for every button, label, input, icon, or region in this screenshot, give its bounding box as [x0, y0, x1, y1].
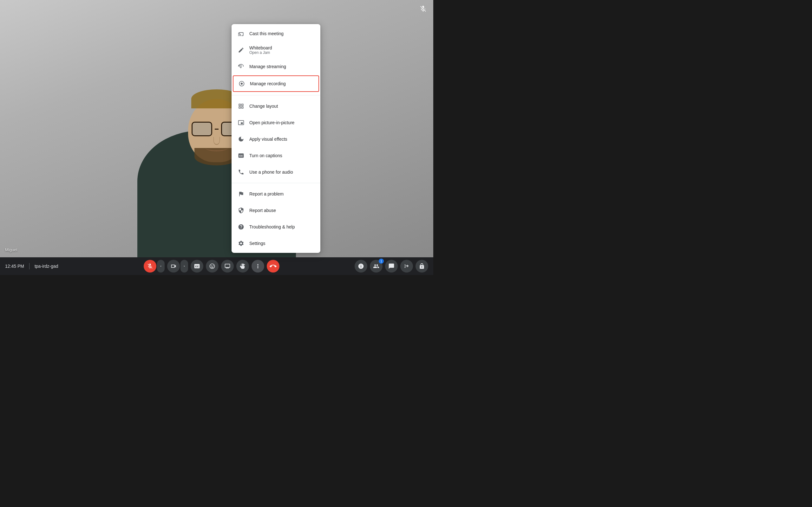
troubleshoot-title: Troubleshooting & help — [249, 224, 295, 229]
toolbar-time: 12:45 PM — [5, 264, 24, 269]
troubleshoot-icon — [238, 224, 244, 230]
phone-content: Use a phone for audio — [249, 170, 293, 175]
toolbar-right: 1 — [355, 260, 428, 273]
settings-content: Settings — [249, 241, 265, 246]
context-menu: Cast this meeting Whiteboard Open a Jam — [232, 24, 320, 253]
whiteboard-subtitle: Open a Jam — [249, 50, 272, 55]
report-problem-title: Report a problem — [249, 191, 284, 196]
cast-title: Cast this meeting — [249, 31, 284, 36]
toolbar: 12:45 PM tpa-irdz-gad — [0, 257, 433, 275]
menu-item-settings[interactable]: Settings — [232, 235, 320, 251]
chat-button[interactable] — [385, 260, 398, 273]
toolbar-center — [68, 260, 355, 273]
menu-item-whiteboard[interactable]: Whiteboard Open a Jam — [232, 42, 320, 58]
cast-content: Cast this meeting — [249, 31, 284, 36]
mic-button[interactable] — [144, 260, 156, 273]
info-button[interactable] — [355, 260, 367, 273]
report-abuse-title: Report abuse — [249, 208, 276, 213]
people-badge: 1 — [379, 259, 384, 264]
mic-chevron[interactable] — [157, 260, 165, 273]
toolbar-divider — [29, 263, 30, 269]
pip-content: Open picture-in-picture — [249, 120, 294, 125]
menu-item-effects[interactable]: Apply visual effects — [232, 131, 320, 147]
streaming-icon — [238, 63, 244, 70]
recording-content: Manage recording — [250, 81, 286, 86]
menu-section-3: Report a problem Report abuse Troublesho… — [232, 184, 320, 253]
video-container: Miguel — [0, 0, 433, 257]
effects-icon — [238, 136, 244, 142]
menu-item-pip[interactable]: Open picture-in-picture — [232, 114, 320, 131]
menu-item-captions[interactable]: Turn on captions — [232, 147, 320, 164]
menu-item-recording[interactable]: Manage recording — [233, 75, 319, 92]
whiteboard-title: Whiteboard — [249, 45, 272, 50]
menu-section-1: Cast this meeting Whiteboard Open a Jam — [232, 24, 320, 94]
troubleshoot-content: Troubleshooting & help — [249, 224, 295, 229]
whiteboard-content: Whiteboard Open a Jam — [249, 45, 272, 55]
present-button[interactable] — [221, 260, 234, 273]
camera-button[interactable] — [167, 260, 180, 273]
mic-group — [144, 260, 165, 273]
activities-button[interactable] — [400, 260, 413, 273]
end-call-button[interactable] — [267, 260, 280, 273]
menu-item-layout[interactable]: Change layout — [232, 98, 320, 114]
mic-muted-indicator — [418, 4, 428, 14]
report-abuse-icon — [238, 207, 244, 214]
menu-item-cast[interactable]: Cast this meeting — [232, 25, 320, 42]
captions-title: Turn on captions — [249, 153, 282, 158]
captions-icon — [238, 153, 244, 159]
captions-content: Turn on captions — [249, 153, 282, 158]
menu-section-2: Change layout Open picture-in-picture Ap… — [232, 97, 320, 181]
captions-button[interactable] — [191, 260, 203, 273]
divider-2 — [232, 183, 320, 183]
pip-icon — [238, 119, 244, 126]
security-button[interactable] — [415, 260, 428, 273]
participant-name: Miguel — [5, 247, 17, 252]
effects-title: Apply visual effects — [249, 136, 287, 142]
report-abuse-content: Report abuse — [249, 208, 276, 213]
report-problem-icon — [238, 191, 244, 197]
streaming-content: Manage streaming — [249, 64, 286, 69]
report-problem-content: Report a problem — [249, 191, 284, 196]
cast-icon — [238, 31, 244, 37]
pip-title: Open picture-in-picture — [249, 120, 294, 125]
whiteboard-icon — [238, 47, 244, 53]
people-button[interactable]: 1 — [370, 260, 383, 273]
layout-icon — [238, 103, 244, 109]
phone-title: Use a phone for audio — [249, 170, 293, 175]
effects-content: Apply visual effects — [249, 136, 287, 142]
layout-content: Change layout — [249, 104, 278, 109]
menu-item-report-abuse[interactable]: Report abuse — [232, 202, 320, 219]
more-options-button[interactable] — [252, 260, 264, 273]
menu-item-troubleshoot[interactable]: Troubleshooting & help — [232, 219, 320, 235]
toolbar-left: 12:45 PM tpa-irdz-gad — [5, 263, 68, 269]
camera-chevron[interactable] — [181, 260, 188, 273]
emoji-button[interactable] — [206, 260, 218, 273]
camera-group — [167, 260, 188, 273]
streaming-title: Manage streaming — [249, 64, 286, 69]
toolbar-meeting-id: tpa-irdz-gad — [35, 264, 58, 269]
menu-item-phone[interactable]: Use a phone for audio — [232, 164, 320, 180]
recording-icon — [239, 80, 245, 87]
settings-icon — [238, 240, 244, 246]
layout-title: Change layout — [249, 104, 278, 109]
raise-hand-button[interactable] — [236, 260, 249, 273]
video-background — [0, 0, 433, 257]
menu-item-streaming[interactable]: Manage streaming — [232, 58, 320, 75]
settings-title: Settings — [249, 241, 265, 246]
menu-item-report-problem[interactable]: Report a problem — [232, 186, 320, 202]
phone-icon — [238, 169, 244, 175]
recording-title: Manage recording — [250, 81, 286, 86]
